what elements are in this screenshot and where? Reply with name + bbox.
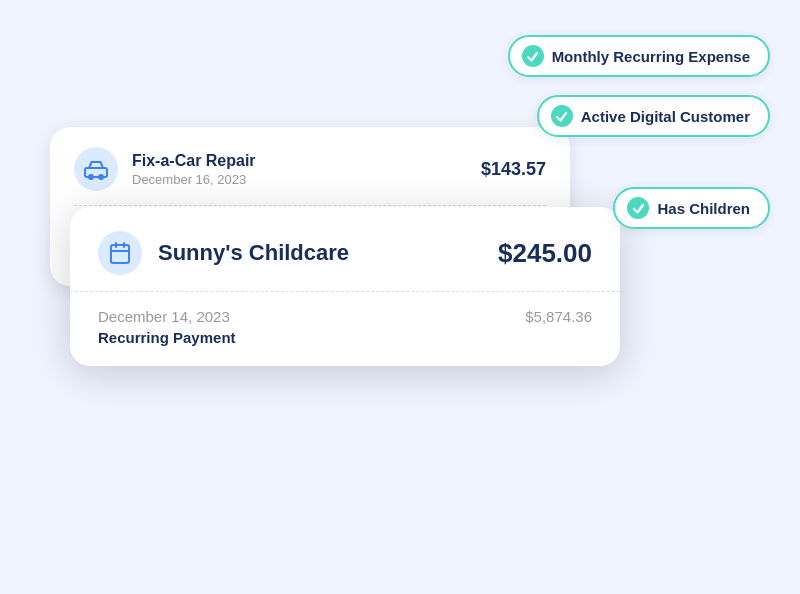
- sunny-name: Sunny's Childcare: [158, 240, 482, 266]
- sunny-childcare-details: December 14, 2023 $5,874.36 Recurring Pa…: [70, 291, 620, 366]
- fix-a-car-info: Fix-a-Car Repair December 16, 2023: [132, 152, 467, 187]
- fix-a-car-date: December 16, 2023: [132, 172, 467, 187]
- check-icon: [627, 197, 649, 219]
- svg-rect-4: [111, 245, 129, 263]
- car-icon-circle: [74, 147, 118, 191]
- sunny-date: December 14, 2023: [98, 308, 230, 325]
- calendar-icon-circle: [98, 231, 142, 275]
- sunny-info: Sunny's Childcare: [158, 240, 482, 266]
- fix-a-car-name: Fix-a-Car Repair: [132, 152, 467, 170]
- sunny-balance: $5,874.36: [525, 308, 592, 325]
- sunny-childcare-header: Sunny's Childcare $245.00: [70, 207, 620, 291]
- has-children-label: Has Children: [657, 200, 750, 217]
- fix-a-car-amount: $143.57: [481, 159, 546, 180]
- sunny-amount: $245.00: [498, 238, 592, 269]
- check-icon: [522, 45, 544, 67]
- recurring-payment-label: Recurring Payment: [98, 329, 592, 346]
- svg-rect-0: [85, 168, 107, 177]
- front-card: Sunny's Childcare $245.00 December 14, 2…: [70, 207, 620, 366]
- active-digital-label: Active Digital Customer: [581, 108, 750, 125]
- monthly-recurring-badge: Monthly Recurring Expense: [508, 35, 770, 77]
- check-icon: [551, 105, 573, 127]
- monthly-recurring-label: Monthly Recurring Expense: [552, 48, 750, 65]
- active-digital-badge: Active Digital Customer: [537, 95, 770, 137]
- bottom-row: December 14, 2023 $5,874.36: [98, 308, 592, 325]
- has-children-badge: Has Children: [613, 187, 770, 229]
- fix-a-car-row: Fix-a-Car Repair December 16, 2023 $143.…: [50, 127, 570, 205]
